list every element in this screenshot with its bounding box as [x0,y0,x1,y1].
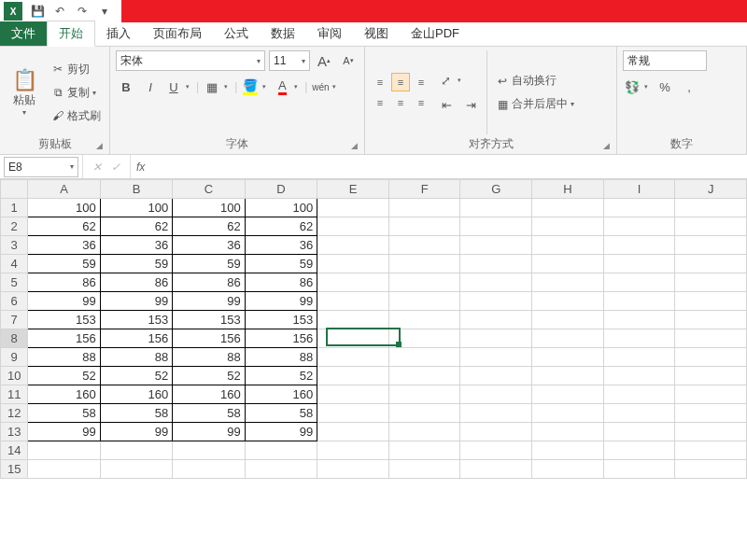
align-left[interactable]: ≡ [371,93,389,112]
cell-J4[interactable] [675,255,747,273]
cell-I7[interactable] [603,311,674,329]
cell-B1[interactable]: 100 [100,199,172,217]
cell-H5[interactable] [532,273,604,292]
align-right[interactable]: ≡ [412,93,430,112]
cell-H15[interactable] [532,460,604,479]
cell-H4[interactable] [532,255,604,273]
cell-G13[interactable] [460,423,532,441]
font-color-button[interactable]: A [273,77,301,97]
cell-F1[interactable] [388,199,460,217]
cell-D7[interactable]: 153 [245,311,317,329]
cell-F10[interactable] [388,367,460,385]
cell-J7[interactable] [675,311,747,329]
paste-button[interactable]: 📋 粘贴 ▾ [6,50,43,134]
row-header-13[interactable]: 13 [1,423,28,441]
align-bottom[interactable]: ≡ [412,73,430,91]
italic-button[interactable]: I [140,77,161,97]
align-top[interactable]: ≡ [371,73,389,91]
cell-C10[interactable]: 52 [173,367,245,385]
cell-B2[interactable]: 62 [100,217,172,236]
cell-F2[interactable] [388,217,460,236]
cell-G11[interactable] [460,385,532,404]
cell-A13[interactable]: 99 [28,423,100,441]
cell-I13[interactable] [603,423,674,441]
cut-button[interactable]: ✂剪切 [49,60,104,79]
cell-J3[interactable] [675,236,747,255]
cell-E12[interactable] [317,404,389,423]
row-header-12[interactable]: 12 [1,404,28,423]
cell-B4[interactable]: 59 [100,255,172,273]
phonetic-button[interactable]: wén [311,77,339,97]
clipboard-dialog-launcher[interactable]: ◢ [96,141,107,152]
cell-F5[interactable] [388,273,460,292]
cell-C6[interactable]: 99 [173,292,245,311]
row-header-15[interactable]: 15 [1,460,28,479]
cell-F8[interactable] [388,329,460,348]
cell-D4[interactable]: 59 [245,255,317,273]
cell-H14[interactable] [532,441,604,460]
cell-J15[interactable] [675,460,747,479]
cell-C2[interactable]: 62 [173,217,245,236]
cell-J6[interactable] [675,292,747,311]
cell-E2[interactable] [317,217,389,236]
cell-D6[interactable]: 99 [245,292,317,311]
row-header-8[interactable]: 8 [1,329,28,348]
cell-D5[interactable]: 86 [245,273,317,292]
cell-A15[interactable] [28,460,100,479]
cell-G12[interactable] [460,404,532,423]
col-header-H[interactable]: H [532,180,604,199]
cell-F7[interactable] [388,311,460,329]
cell-F9[interactable] [388,348,460,367]
cell-B10[interactable]: 52 [100,367,172,385]
cell-A12[interactable]: 58 [28,404,100,423]
cell-E3[interactable] [317,236,389,255]
cell-F15[interactable] [388,460,460,479]
cell-A6[interactable]: 99 [28,292,100,311]
cell-G6[interactable] [460,292,532,311]
cell-F4[interactable] [388,255,460,273]
cell-J8[interactable] [675,329,747,348]
cell-C1[interactable]: 100 [173,199,245,217]
cell-C3[interactable]: 36 [173,236,245,255]
qat-save[interactable]: 💾 [30,4,45,19]
comma-button[interactable]: , [679,77,699,97]
formula-cancel[interactable]: ✕ [89,161,106,174]
row-header-2[interactable]: 2 [1,217,28,236]
cell-B3[interactable]: 36 [100,236,172,255]
tab-insert[interactable]: 插入 [95,21,142,46]
row-header-11[interactable]: 11 [1,385,28,404]
tab-kingsoft-pdf[interactable]: 金山PDF [400,21,471,46]
qat-undo[interactable]: ↶ [52,4,67,19]
cell-G8[interactable] [460,329,532,348]
alignment-dialog-launcher[interactable]: ◢ [603,141,614,152]
cell-C9[interactable]: 88 [173,348,245,367]
col-header-C[interactable]: C [173,180,245,199]
cell-C4[interactable]: 59 [173,255,245,273]
col-header-E[interactable]: E [317,180,389,199]
cell-I11[interactable] [603,385,674,404]
cell-F13[interactable] [388,423,460,441]
increase-indent[interactable]: ⇥ [460,94,481,115]
cell-C7[interactable]: 153 [173,311,245,329]
cell-J5[interactable] [675,273,747,292]
cell-A1[interactable]: 100 [28,199,100,217]
cell-C8[interactable]: 156 [173,329,245,348]
cell-J1[interactable] [675,199,747,217]
cell-J10[interactable] [675,367,747,385]
borders-button[interactable]: ▦ [203,77,231,97]
cell-C11[interactable]: 160 [173,385,245,404]
cell-H9[interactable] [532,348,604,367]
cell-E5[interactable] [317,273,389,292]
cell-E4[interactable] [317,255,389,273]
cell-H11[interactable] [532,385,604,404]
col-header-I[interactable]: I [603,180,674,199]
cell-G5[interactable] [460,273,532,292]
cell-H8[interactable] [532,329,604,348]
cell-I5[interactable] [603,273,674,292]
tab-review[interactable]: 审阅 [306,21,353,46]
cell-D2[interactable]: 62 [245,217,317,236]
merge-center-button[interactable]: ▦合并后居中▾ [493,94,577,114]
cell-F14[interactable] [388,441,460,460]
spreadsheet-grid[interactable]: ABCDEFGHIJ110010010010026262626233636363… [0,179,747,479]
cell-F12[interactable] [388,404,460,423]
